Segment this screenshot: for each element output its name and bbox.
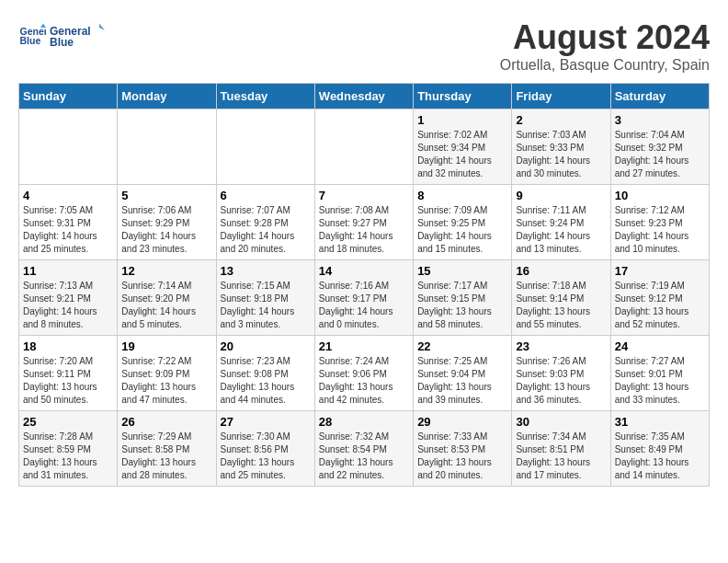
header-day-thursday: Thursday xyxy=(414,84,512,109)
day-number: 7 xyxy=(319,189,409,202)
day-number: 17 xyxy=(615,264,705,278)
cell-content: Sunrise: 7:17 AM Sunset: 9:15 PM Dayligh… xyxy=(417,280,507,331)
calendar-cell: 24Sunrise: 7:27 AM Sunset: 9:01 PM Dayli… xyxy=(610,336,709,411)
calendar-cell: 25Sunrise: 7:28 AM Sunset: 8:59 PM Dayli… xyxy=(19,411,118,487)
cell-content: Sunrise: 7:20 AM Sunset: 9:11 PM Dayligh… xyxy=(23,355,113,407)
day-number: 1 xyxy=(417,113,507,127)
calendar-cell xyxy=(118,109,216,185)
calendar-week-4: 18Sunrise: 7:20 AM Sunset: 9:11 PM Dayli… xyxy=(19,336,710,411)
day-number: 14 xyxy=(319,264,409,278)
day-number: 18 xyxy=(23,339,113,353)
header-day-monday: Monday xyxy=(118,84,216,109)
cell-content: Sunrise: 7:25 AM Sunset: 9:04 PM Dayligh… xyxy=(417,355,507,407)
cell-content: Sunrise: 7:27 AM Sunset: 9:01 PM Dayligh… xyxy=(615,355,705,407)
day-number: 5 xyxy=(121,189,211,202)
calendar-cell: 31Sunrise: 7:35 AM Sunset: 8:49 PM Dayli… xyxy=(610,411,709,487)
calendar-cell: 27Sunrise: 7:30 AM Sunset: 8:56 PM Dayli… xyxy=(216,411,314,487)
day-number: 12 xyxy=(121,264,211,278)
month-title: August 2024 xyxy=(500,18,710,57)
cell-content: Sunrise: 7:19 AM Sunset: 9:12 PM Dayligh… xyxy=(615,280,705,331)
cell-content: Sunrise: 7:18 AM Sunset: 9:14 PM Dayligh… xyxy=(516,280,606,331)
calendar-cell: 2Sunrise: 7:03 AM Sunset: 9:33 PM Daylig… xyxy=(512,109,610,185)
calendar-table: SundayMondayTuesdayWednesdayThursdayFrid… xyxy=(18,83,710,487)
svg-text:Blue: Blue xyxy=(50,36,74,49)
cell-content: Sunrise: 7:06 AM Sunset: 9:29 PM Dayligh… xyxy=(121,204,211,256)
day-number: 3 xyxy=(615,113,705,127)
logo-graphic: General Blue xyxy=(50,18,105,53)
calendar-week-2: 4Sunrise: 7:05 AM Sunset: 9:31 PM Daylig… xyxy=(19,185,710,260)
cell-content: Sunrise: 7:26 AM Sunset: 9:03 PM Dayligh… xyxy=(516,355,606,407)
day-number: 31 xyxy=(615,415,705,429)
cell-content: Sunrise: 7:28 AM Sunset: 8:59 PM Dayligh… xyxy=(23,431,113,482)
calendar-cell: 28Sunrise: 7:32 AM Sunset: 8:54 PM Dayli… xyxy=(314,411,413,487)
cell-content: Sunrise: 7:24 AM Sunset: 9:06 PM Dayligh… xyxy=(319,355,409,407)
header-day-wednesday: Wednesday xyxy=(314,84,413,109)
cell-content: Sunrise: 7:02 AM Sunset: 9:34 PM Dayligh… xyxy=(417,129,507,180)
day-number: 28 xyxy=(319,415,409,429)
calendar-week-3: 11Sunrise: 7:13 AM Sunset: 9:21 PM Dayli… xyxy=(19,260,710,336)
cell-content: Sunrise: 7:13 AM Sunset: 9:21 PM Dayligh… xyxy=(23,280,113,331)
calendar-cell: 5Sunrise: 7:06 AM Sunset: 9:29 PM Daylig… xyxy=(118,185,216,260)
day-number: 6 xyxy=(221,189,311,202)
day-number: 26 xyxy=(121,415,211,429)
cell-content: Sunrise: 7:07 AM Sunset: 9:28 PM Dayligh… xyxy=(221,204,311,256)
day-number: 29 xyxy=(417,415,507,429)
day-number: 11 xyxy=(23,264,113,278)
day-number: 15 xyxy=(417,264,507,278)
logo-icon: General Blue xyxy=(18,22,46,50)
header-day-tuesday: Tuesday xyxy=(216,84,314,109)
calendar-week-5: 25Sunrise: 7:28 AM Sunset: 8:59 PM Dayli… xyxy=(19,411,710,487)
cell-content: Sunrise: 7:12 AM Sunset: 9:23 PM Dayligh… xyxy=(615,204,705,256)
calendar-cell: 23Sunrise: 7:26 AM Sunset: 9:03 PM Dayli… xyxy=(512,336,610,411)
day-number: 25 xyxy=(23,415,113,429)
svg-marker-5 xyxy=(99,24,105,31)
calendar-cell: 9Sunrise: 7:11 AM Sunset: 9:24 PM Daylig… xyxy=(512,185,610,260)
calendar-body: 1Sunrise: 7:02 AM Sunset: 9:34 PM Daylig… xyxy=(19,109,710,487)
cell-content: Sunrise: 7:04 AM Sunset: 9:32 PM Dayligh… xyxy=(615,129,705,180)
cell-content: Sunrise: 7:33 AM Sunset: 8:53 PM Dayligh… xyxy=(417,431,507,482)
calendar-cell: 20Sunrise: 7:23 AM Sunset: 9:08 PM Dayli… xyxy=(216,336,314,411)
calendar-cell: 1Sunrise: 7:02 AM Sunset: 9:34 PM Daylig… xyxy=(414,109,512,185)
day-number: 30 xyxy=(516,415,606,429)
cell-content: Sunrise: 7:32 AM Sunset: 8:54 PM Dayligh… xyxy=(319,431,409,482)
day-number: 16 xyxy=(516,264,606,278)
calendar-cell: 21Sunrise: 7:24 AM Sunset: 9:06 PM Dayli… xyxy=(314,336,413,411)
calendar-cell: 19Sunrise: 7:22 AM Sunset: 9:09 PM Dayli… xyxy=(118,336,216,411)
header-row: SundayMondayTuesdayWednesdayThursdayFrid… xyxy=(19,84,710,109)
cell-content: Sunrise: 7:35 AM Sunset: 8:49 PM Dayligh… xyxy=(615,431,705,482)
header-day-friday: Friday xyxy=(512,84,610,109)
calendar-cell: 29Sunrise: 7:33 AM Sunset: 8:53 PM Dayli… xyxy=(414,411,512,487)
day-number: 10 xyxy=(615,189,705,202)
header-day-sunday: Sunday xyxy=(19,84,118,109)
day-number: 21 xyxy=(319,339,409,353)
calendar-cell: 14Sunrise: 7:16 AM Sunset: 9:17 PM Dayli… xyxy=(314,260,413,336)
cell-content: Sunrise: 7:08 AM Sunset: 9:27 PM Dayligh… xyxy=(319,204,409,256)
calendar-cell: 22Sunrise: 7:25 AM Sunset: 9:04 PM Dayli… xyxy=(414,336,512,411)
calendar-header: SundayMondayTuesdayWednesdayThursdayFrid… xyxy=(19,84,710,109)
logo: General Blue General Blue xyxy=(18,18,105,53)
location-subtitle: Ortuella, Basque Country, Spain xyxy=(500,57,710,74)
cell-content: Sunrise: 7:16 AM Sunset: 9:17 PM Dayligh… xyxy=(319,280,409,331)
calendar-cell xyxy=(216,109,314,185)
day-number: 19 xyxy=(121,339,211,353)
cell-content: Sunrise: 7:15 AM Sunset: 9:18 PM Dayligh… xyxy=(221,280,311,331)
cell-content: Sunrise: 7:05 AM Sunset: 9:31 PM Dayligh… xyxy=(23,204,113,256)
calendar-cell: 18Sunrise: 7:20 AM Sunset: 9:11 PM Dayli… xyxy=(19,336,118,411)
cell-content: Sunrise: 7:30 AM Sunset: 8:56 PM Dayligh… xyxy=(221,431,311,482)
calendar-cell: 6Sunrise: 7:07 AM Sunset: 9:28 PM Daylig… xyxy=(216,185,314,260)
cell-content: Sunrise: 7:11 AM Sunset: 9:24 PM Dayligh… xyxy=(516,204,606,256)
header-day-saturday: Saturday xyxy=(610,84,709,109)
calendar-cell: 30Sunrise: 7:34 AM Sunset: 8:51 PM Dayli… xyxy=(512,411,610,487)
cell-content: Sunrise: 7:34 AM Sunset: 8:51 PM Dayligh… xyxy=(516,431,606,482)
day-number: 20 xyxy=(221,339,311,353)
calendar-cell xyxy=(19,109,118,185)
title-area: August 2024 Ortuella, Basque Country, Sp… xyxy=(500,18,710,74)
day-number: 24 xyxy=(615,339,705,353)
svg-text:Blue: Blue xyxy=(20,35,41,46)
cell-content: Sunrise: 7:29 AM Sunset: 8:58 PM Dayligh… xyxy=(121,431,211,482)
calendar-cell: 13Sunrise: 7:15 AM Sunset: 9:18 PM Dayli… xyxy=(216,260,314,336)
calendar-cell: 3Sunrise: 7:04 AM Sunset: 9:32 PM Daylig… xyxy=(610,109,709,185)
calendar-cell: 8Sunrise: 7:09 AM Sunset: 9:25 PM Daylig… xyxy=(414,185,512,260)
day-number: 8 xyxy=(417,189,507,202)
day-number: 9 xyxy=(516,189,606,202)
